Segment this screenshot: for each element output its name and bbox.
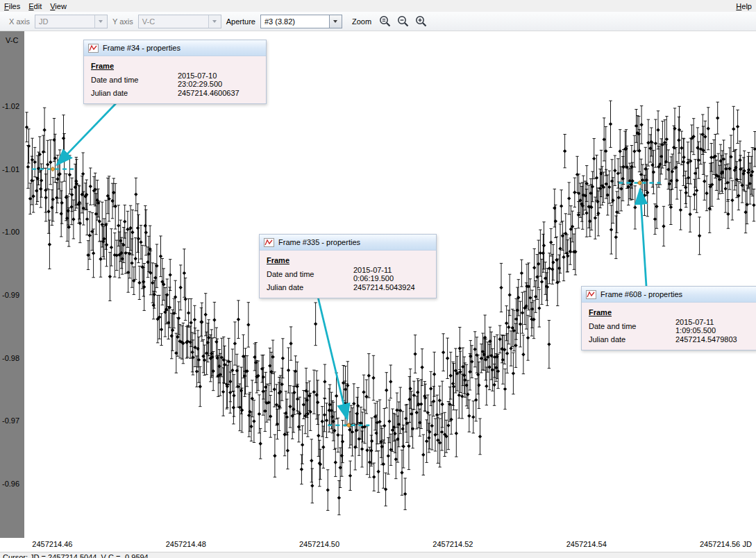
zoom-in-icon <box>414 15 428 28</box>
property-label: Julian date <box>589 335 675 344</box>
x-axis-title: JD <box>743 540 752 548</box>
tooltip-pointer-arrow <box>57 103 117 164</box>
property-label: Date and time <box>589 322 675 330</box>
chevron-down-icon[interactable] <box>329 15 342 28</box>
toolbar: X axis JD Y axis V-C Aperture #3 (3.82) … <box>0 12 756 31</box>
tooltip-titlebar: Frame #34 - properties <box>84 40 266 56</box>
zoom-fit-icon <box>378 15 392 28</box>
zoom-in-button[interactable] <box>413 13 430 30</box>
x-axis-label: X axis <box>9 17 30 26</box>
curve-icon <box>586 290 596 299</box>
x-tick-label: 2457214.54 <box>566 540 607 548</box>
tooltip-title: Frame #34 - properties <box>103 44 180 52</box>
tooltip-titlebar: Frame #608 - properties <box>582 287 756 303</box>
property-value: 2457214.5043924 <box>353 283 415 291</box>
statusbar: Cursor: JD = 2457214.5044, V-C = -0.9594 <box>0 552 756 558</box>
menu-edit[interactable]: Edit <box>24 1 46 11</box>
tooltip-titlebar: Frame #335 - properties <box>260 235 436 251</box>
frame-properties-tooltip-335: Frame #335 - properties Frame Date and t… <box>259 234 437 298</box>
menubar: Files Edit View Help <box>0 0 756 12</box>
aperture-value: #3 (3.82) <box>261 17 329 26</box>
frame-properties-tooltip-34: Frame #34 - properties Frame Date and ti… <box>83 40 267 104</box>
property-value: 2015-07-11 0:06:19.500 <box>353 266 429 282</box>
x-tick-label: 2457214.48 <box>166 540 206 548</box>
zoom-label: Zoom <box>352 17 371 26</box>
x-axis-value: JD <box>35 17 94 26</box>
menu-files[interactable]: Files <box>0 1 24 11</box>
zoom-out-icon <box>396 15 410 28</box>
property-value: 2457214.4600637 <box>178 89 240 97</box>
zoom-out-button[interactable] <box>395 13 412 30</box>
property-label: Julian date <box>267 283 353 291</box>
curve-icon <box>264 238 274 247</box>
tooltip-title: Frame #608 - properties <box>600 290 682 298</box>
menu-view[interactable]: View <box>46 1 71 11</box>
property-value: 2015-07-10 23:02:29.500 <box>178 71 259 88</box>
lightcurve-chart: -1.02-1.01-1.00-0.99-0.98-0.97-0.96 V-C … <box>0 31 756 538</box>
selected-data-point[interactable] <box>51 167 55 171</box>
tooltip-title: Frame #335 - properties <box>278 238 360 246</box>
chevron-down-icon[interactable] <box>94 15 107 28</box>
x-tick-label: 2457214.52 <box>432 540 473 548</box>
aperture-label: Aperture <box>226 17 255 26</box>
tooltip-body: Frame Date and time 2015-07-10 23:02:29.… <box>84 56 266 103</box>
property-value: 2015-07-11 1:09:05.500 <box>675 318 750 335</box>
menu-help[interactable]: Help <box>732 1 756 11</box>
property-value: 2457214.5479803 <box>675 335 737 344</box>
y-axis-combobox[interactable]: V-C <box>138 15 221 28</box>
property-label: Date and time <box>91 76 178 84</box>
y-axis-label: Y axis <box>112 17 133 26</box>
x-tick-label: 2457214.56 <box>700 540 740 548</box>
chevron-down-icon[interactable] <box>208 15 221 28</box>
aperture-combobox[interactable]: #3 (3.82) <box>260 15 342 28</box>
tooltip-pointer-arrow <box>640 189 646 286</box>
cursor-readout: Cursor: JD = 2457214.5044, V-C = -0.9594 <box>3 553 149 558</box>
tooltip-body: Frame Date and time 2015-07-11 1:09:05.5… <box>582 303 756 350</box>
x-axis-combobox[interactable]: JD <box>35 15 108 28</box>
frame-properties-tooltip-608: Frame #608 - properties Frame Date and t… <box>581 286 756 350</box>
x-tick-label: 2457214.50 <box>299 540 339 548</box>
property-label: Date and time <box>267 270 353 278</box>
property-label: Julian date <box>91 89 178 97</box>
zoom-fit-button[interactable] <box>377 13 394 30</box>
x-axis: 2457214.462457214.482457214.502457214.52… <box>0 538 756 552</box>
curve-icon <box>88 44 99 53</box>
tooltip-body: Frame Date and time 2015-07-11 0:06:19.5… <box>260 251 436 298</box>
x-tick-label: 2457214.46 <box>32 540 72 548</box>
y-axis-value: V-C <box>139 17 208 26</box>
